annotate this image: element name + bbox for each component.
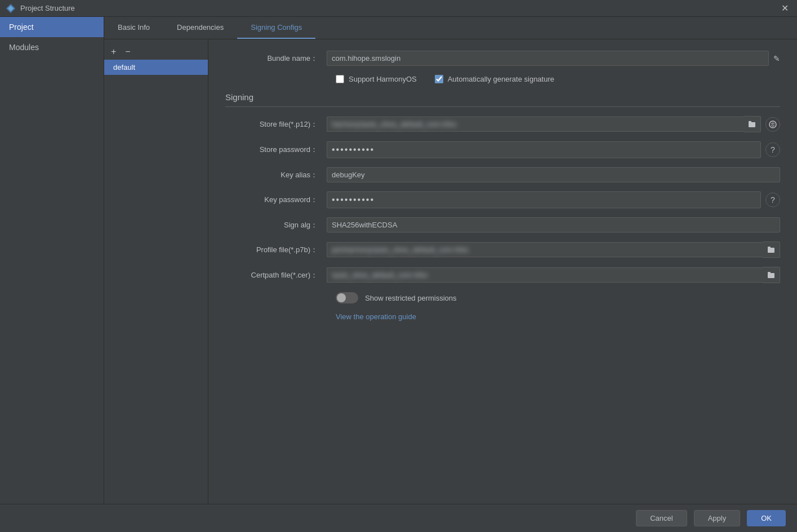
store-file-label: Store file(*.p12)： xyxy=(225,119,327,129)
tab-basic-info[interactable]: Basic Info xyxy=(104,17,163,39)
svg-rect-8 xyxy=(768,273,774,278)
key-alias-row: Key alias： xyxy=(225,167,780,182)
sign-alg-input[interactable] xyxy=(327,217,780,233)
svg-rect-6 xyxy=(768,248,774,253)
bundle-name-input[interactable] xyxy=(327,51,769,66)
sign-alg-row: Sign alg： xyxy=(225,217,780,233)
key-alias-label: Key alias： xyxy=(225,170,327,180)
support-harmonyos-group: Support HarmonyOS xyxy=(336,75,417,83)
signing-section-title: Signing xyxy=(225,92,780,107)
auto-signature-group: Automatically generate signature xyxy=(435,75,554,83)
inner-layout: + − default Bundle name： ✎ xyxy=(104,39,797,504)
add-config-button[interactable]: + xyxy=(109,46,118,57)
support-harmonyos-checkbox[interactable] xyxy=(336,75,344,83)
sidebar-item-project[interactable]: Project xyxy=(0,17,104,37)
app-icon xyxy=(6,3,16,14)
sidebar-item-modules[interactable]: Modules xyxy=(0,37,104,57)
bundle-name-row: Bundle name： ✎ xyxy=(225,51,780,66)
toggle-thumb xyxy=(337,293,346,302)
show-restricted-permissions-toggle[interactable] xyxy=(336,292,358,303)
key-password-input[interactable] xyxy=(327,191,761,208)
key-password-label: Key password： xyxy=(225,195,327,205)
tabs-bar: Basic Info Dependencies Signing Configs xyxy=(104,17,797,39)
title-bar: Project Structure ✕ xyxy=(0,0,797,17)
cancel-button[interactable]: Cancel xyxy=(636,510,687,526)
profile-file-folder-icon[interactable] xyxy=(763,242,780,258)
close-button[interactable]: ✕ xyxy=(778,2,791,15)
bundle-name-edit-button[interactable]: ✎ xyxy=(773,54,780,63)
tab-dependencies[interactable]: Dependencies xyxy=(163,17,237,39)
sidebar: Project Modules xyxy=(0,17,104,504)
store-file-row: Store file(*.p12)： harmony\auto_ohos_def… xyxy=(225,116,780,132)
svg-rect-7 xyxy=(768,247,771,248)
profile-file-label: Profile file(*.p7b)： xyxy=(225,245,327,255)
operation-guide-container: View the operation guide xyxy=(336,312,780,321)
auto-signature-label: Automatically generate signature xyxy=(448,75,554,83)
remove-config-button[interactable]: − xyxy=(123,46,132,57)
store-password-input[interactable] xyxy=(327,141,761,158)
profile-file-input-group: penharmony\auto_ohos_default_com.hiho xyxy=(327,242,780,258)
toggle-row: Show restricted permissions xyxy=(336,292,780,303)
svg-rect-9 xyxy=(768,272,771,274)
key-password-help-button[interactable]: ? xyxy=(765,193,780,207)
certpath-file-input-group: \auto_ohos_default_com.hiho xyxy=(327,267,780,283)
key-alias-input[interactable] xyxy=(327,167,780,182)
certpath-file-folder-icon[interactable] xyxy=(763,267,780,283)
store-file-input-group: harmony\auto_ohos_default_com.hiho xyxy=(327,116,761,132)
key-password-row: Key password： ? xyxy=(225,191,780,208)
apply-button[interactable]: Apply xyxy=(694,510,741,526)
store-file-value-blurred: harmony\auto_ohos_default_com.hiho xyxy=(332,120,456,128)
sign-alg-label: Sign alg： xyxy=(225,220,327,230)
profile-file-input[interactable]: penharmony\auto_ohos_default_com.hiho xyxy=(327,242,763,257)
svg-rect-3 xyxy=(749,121,751,123)
store-file-input[interactable]: harmony\auto_ohos_default_com.hiho xyxy=(327,117,743,132)
help-icon: ? xyxy=(771,145,775,154)
ok-button[interactable]: OK xyxy=(747,510,786,526)
store-file-fingerprint-button[interactable] xyxy=(765,117,780,132)
form-area: Bundle name： ✎ Support HarmonyOS Automat… xyxy=(208,39,797,504)
config-side-panel: + − default xyxy=(104,39,208,504)
auto-signature-checkbox[interactable] xyxy=(435,75,443,83)
footer: Cancel Apply OK xyxy=(0,504,797,532)
certpath-file-label: Certpath file(*.cer)： xyxy=(225,270,327,280)
help-icon-2: ? xyxy=(771,195,775,204)
store-password-label: Store password： xyxy=(225,145,327,155)
certpath-file-row: Certpath file(*.cer)： \auto_ohos_default… xyxy=(225,267,780,283)
operation-guide-link[interactable]: View the operation guide xyxy=(336,312,416,321)
window-title: Project Structure xyxy=(20,4,75,12)
store-file-folder-icon[interactable] xyxy=(743,116,761,132)
config-item-default[interactable]: default xyxy=(104,60,208,75)
show-restricted-permissions-label: Show restricted permissions xyxy=(365,294,457,302)
svg-rect-2 xyxy=(749,122,755,127)
options-row: Support HarmonyOS Automatically generate… xyxy=(336,75,780,83)
certpath-file-value-blurred: \auto_ohos_default_com.hiho xyxy=(332,271,428,279)
store-password-help-button[interactable]: ? xyxy=(765,142,780,157)
tab-signing-configs[interactable]: Signing Configs xyxy=(237,17,315,39)
support-harmonyos-label: Support HarmonyOS xyxy=(349,75,417,83)
main-layout: Project Modules Basic Info Dependencies … xyxy=(0,17,797,504)
certpath-file-input[interactable]: \auto_ohos_default_com.hiho xyxy=(327,267,763,283)
panel-actions: + − xyxy=(104,44,208,60)
project-structure-window: Project Structure ✕ Project Modules Basi… xyxy=(0,0,797,532)
profile-file-value-blurred: penharmony\auto_ohos_default_com.hiho xyxy=(332,245,469,254)
bundle-name-label: Bundle name： xyxy=(225,53,327,64)
store-password-row: Store password： ? xyxy=(225,141,780,158)
profile-file-row: Profile file(*.p7b)： penharmony\auto_oho… xyxy=(225,242,780,258)
content-area: Basic Info Dependencies Signing Configs … xyxy=(104,17,797,504)
